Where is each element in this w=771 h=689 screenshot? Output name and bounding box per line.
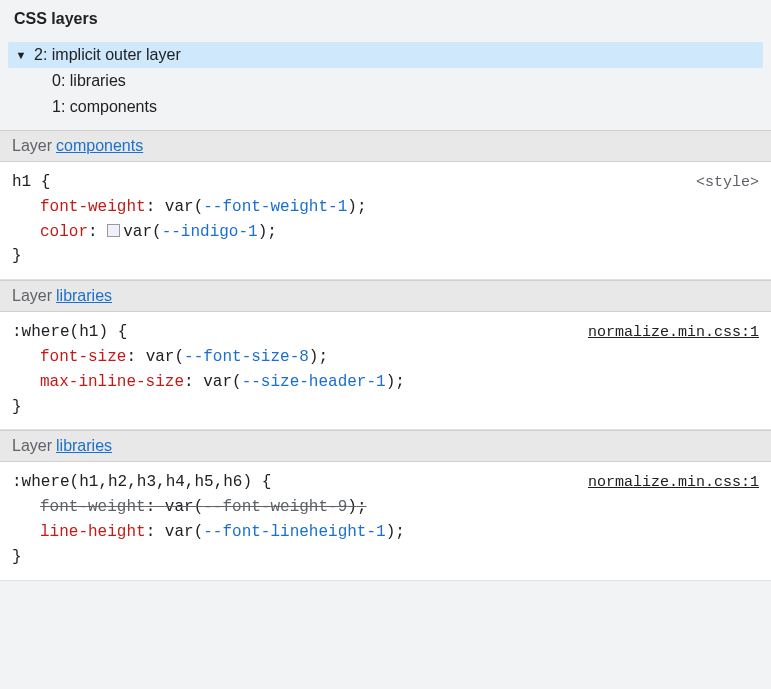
layer-tree: ▼ 2: implicit outer layer 0: libraries 1… [0,38,771,130]
rule-source-link[interactable]: normalize.min.css:1 [588,321,759,344]
css-value: var(--font-weight-1) [165,198,357,216]
css-value: var(--font-weight-9) [165,498,357,516]
tree-row-label: 1: components [52,98,157,116]
css-selector[interactable]: :where(h1) [12,323,108,341]
tree-row-label: 2: implicit outer layer [34,46,181,64]
declarations: font-weight: var(--font-weight-9); line-… [12,495,759,545]
css-property: line-height [40,523,146,541]
disclosure-triangle-icon[interactable]: ▼ [14,49,28,61]
css-declaration[interactable]: max-inline-size: var(--size-header-1); [40,370,759,395]
close-brace: } [12,247,22,265]
css-property: color [40,223,88,241]
css-value: var(--indigo-1) [123,223,267,241]
css-declaration-overridden[interactable]: font-weight: var(--font-weight-9); [40,495,759,520]
layer-prefix: Layer [12,437,52,455]
layer-header: Layer libraries [0,280,771,312]
css-value: var(--font-lineheight-1) [165,523,395,541]
declarations: font-size: var(--font-size-8); max-inlin… [12,345,759,395]
css-property: font-weight [40,498,146,516]
open-brace: { [41,173,51,191]
tree-child-row[interactable]: 0: libraries [8,68,763,94]
color-swatch-icon[interactable] [107,224,120,237]
tree-row-label: 0: libraries [52,72,126,90]
rule-source[interactable]: <style> [696,171,759,194]
open-brace: { [262,473,272,491]
layer-prefix: Layer [12,287,52,305]
rule-source-link[interactable]: normalize.min.css:1 [588,471,759,494]
close-brace: } [12,398,22,416]
css-value: var(--font-size-8) [146,348,319,366]
declarations: font-weight: var(--font-weight-1); color… [12,195,759,245]
css-declaration[interactable]: color: var(--indigo-1); [40,220,759,245]
css-selector[interactable]: :where(h1,h2,h3,h4,h5,h6) [12,473,252,491]
css-property: font-weight [40,198,146,216]
layer-link[interactable]: components [56,137,143,155]
css-property: max-inline-size [40,373,184,391]
css-rule[interactable]: :where(h1) { normalize.min.css:1 font-si… [0,312,771,430]
css-declaration[interactable]: line-height: var(--font-lineheight-1); [40,520,759,545]
layer-prefix: Layer [12,137,52,155]
layer-link[interactable]: libraries [56,437,112,455]
css-value: var(--size-header-1) [203,373,395,391]
tree-child-row[interactable]: 1: components [8,94,763,120]
tree-root-row[interactable]: ▼ 2: implicit outer layer [8,42,763,68]
css-rule[interactable]: h1 { <style> font-weight: var(--font-wei… [0,162,771,280]
layer-link[interactable]: libraries [56,287,112,305]
css-declaration[interactable]: font-size: var(--font-size-8); [40,345,759,370]
css-selector[interactable]: h1 [12,173,31,191]
css-rule[interactable]: :where(h1,h2,h3,h4,h5,h6) { normalize.mi… [0,462,771,580]
close-brace: } [12,548,22,566]
css-property: font-size [40,348,126,366]
section-title: CSS layers [0,0,771,38]
layer-header: Layer components [0,130,771,162]
layer-header: Layer libraries [0,430,771,462]
open-brace: { [118,323,128,341]
css-declaration[interactable]: font-weight: var(--font-weight-1); [40,195,759,220]
css-layers-panel: CSS layers ▼ 2: implicit outer layer 0: … [0,0,771,581]
